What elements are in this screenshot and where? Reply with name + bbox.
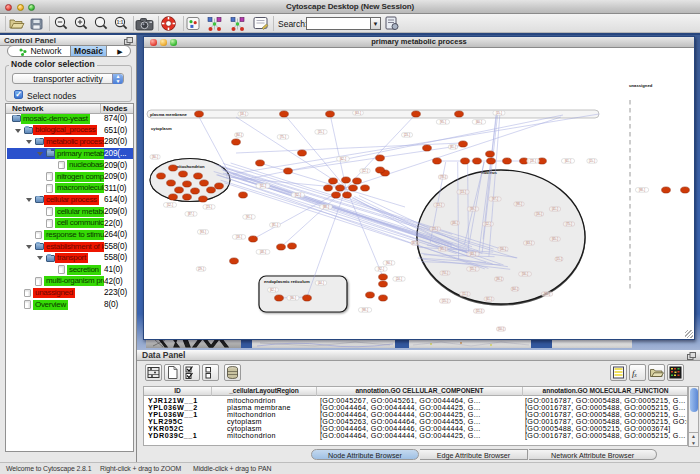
svg-text:[65..]: [65..]: [552, 237, 558, 241]
svg-text:[29..]: [29..]: [198, 267, 204, 271]
svg-text:[15..]: [15..]: [556, 257, 562, 261]
svg-text:[61..]: [61..]: [565, 159, 571, 163]
svg-text:[46..]: [46..]: [452, 221, 458, 225]
svg-text:[75..]: [75..]: [566, 222, 572, 226]
svg-text:[36..]: [36..]: [290, 296, 296, 300]
svg-text:[98..]: [98..]: [639, 188, 645, 192]
svg-text:[36..]: [36..]: [496, 277, 502, 281]
svg-text:[15..]: [15..]: [442, 299, 448, 303]
svg-text:[95..]: [95..]: [440, 120, 446, 124]
svg-text:unassigned: unassigned: [629, 83, 653, 88]
svg-text:[12..]: [12..]: [485, 222, 491, 226]
svg-text:[55..]: [55..]: [470, 267, 476, 271]
svg-text:[56..]: [56..]: [500, 247, 506, 251]
svg-text:[44..]: [44..]: [318, 281, 324, 285]
svg-text:[95..]: [95..]: [544, 292, 550, 296]
svg-text:[56..]: [56..]: [522, 272, 528, 276]
svg-text:[23..]: [23..]: [206, 205, 212, 209]
svg-text:[43..]: [43..]: [470, 252, 476, 256]
svg-text:[98..]: [98..]: [516, 202, 522, 206]
svg-text:[28..]: [28..]: [530, 159, 536, 163]
svg-text:[91..]: [91..]: [246, 215, 252, 219]
svg-text:[63..]: [63..]: [526, 241, 532, 245]
svg-text:[51..]: [51..]: [260, 184, 266, 188]
svg-text:cytoplasm: cytoplasm: [151, 125, 172, 130]
svg-text:[24..]: [24..]: [396, 277, 402, 281]
svg-text:[12..]: [12..]: [362, 169, 368, 173]
svg-text:[52..]: [52..]: [295, 193, 301, 197]
svg-text:[87..]: [87..]: [412, 241, 418, 245]
svg-text:[92..]: [92..]: [378, 267, 384, 271]
svg-text:[74..]: [74..]: [442, 271, 448, 275]
svg-text:[90..]: [90..]: [386, 261, 392, 265]
svg-text:[48..]: [48..]: [260, 250, 266, 254]
svg-text:[52..]: [52..]: [167, 203, 173, 207]
svg-text:[78..]: [78..]: [440, 175, 446, 179]
svg-text:[50..]: [50..]: [498, 327, 504, 331]
svg-text:[13..]: [13..]: [436, 203, 442, 207]
svg-text:[84..]: [84..]: [236, 133, 242, 137]
svg-text:[23..]: [23..]: [432, 227, 438, 231]
svg-text:[95..]: [95..]: [440, 247, 446, 251]
svg-text:[58..]: [58..]: [240, 112, 246, 116]
svg-text:[81..]: [81..]: [272, 223, 278, 227]
svg-text:[41..]: [41..]: [552, 207, 558, 211]
svg-text:[11..]: [11..]: [462, 292, 468, 296]
svg-text:plasma membrane: plasma membrane: [150, 111, 187, 116]
svg-text:[75..]: [75..]: [280, 135, 286, 139]
svg-text:endoplasmic reticulum: endoplasmic reticulum: [264, 278, 310, 283]
svg-text:[64..]: [64..]: [512, 287, 518, 291]
svg-text:1:1: 1:1: [117, 20, 124, 25]
svg-text:[98..]: [98..]: [362, 308, 368, 312]
svg-text:[93..]: [93..]: [200, 230, 206, 234]
svg-text:[81..]: [81..]: [450, 145, 456, 149]
svg-text:[15..]: [15..]: [589, 159, 595, 163]
svg-text:[62..]: [62..]: [340, 157, 346, 161]
svg-text:[15..]: [15..]: [496, 111, 502, 115]
svg-text:[30..]: [30..]: [152, 155, 158, 159]
svg-text:[16..]: [16..]: [536, 212, 542, 216]
svg-text:[13..]: [13..]: [460, 190, 466, 194]
svg-text:[23..]: [23..]: [404, 133, 410, 137]
svg-text:[61..]: [61..]: [486, 297, 492, 301]
svg-text:[15..]: [15..]: [318, 130, 324, 134]
svg-text:[18..]: [18..]: [236, 235, 242, 239]
svg-text:[63..]: [63..]: [355, 111, 361, 115]
svg-text:[97..]: [97..]: [492, 197, 498, 201]
svg-text:[51..]: [51..]: [476, 309, 482, 313]
svg-text:[88..]: [88..]: [323, 205, 329, 209]
svg-text:[39..]: [39..]: [470, 207, 476, 211]
svg-text:fₓ: fₓ: [632, 368, 638, 378]
svg-text:[62..]: [62..]: [270, 288, 276, 292]
svg-text:[60..]: [60..]: [476, 120, 482, 124]
svg-text:mitochondrion: mitochondrion: [175, 164, 205, 169]
svg-text:[87..]: [87..]: [188, 212, 194, 216]
